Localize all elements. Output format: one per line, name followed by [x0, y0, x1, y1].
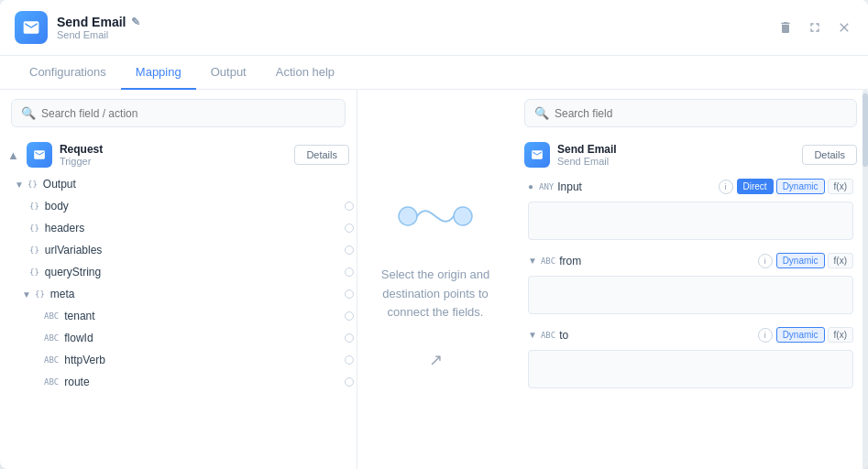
field-input-tag-dynamic[interactable]: Dynamic [776, 179, 825, 194]
right-panel: 🔍 Send Email Send Email Details [513, 90, 868, 469]
field-input-tag-fx[interactable]: f(x) [828, 179, 853, 194]
httpverb-connector [345, 355, 354, 365]
headers-connector [345, 224, 354, 233]
field-from-name: from [559, 255, 753, 267]
querystring-connector [345, 267, 354, 277]
querystring-label: queryString [45, 266, 101, 278]
tree-container: ▼ {} Output {} body {} headers {} urlVar… [0, 173, 357, 469]
tree-item-body[interactable]: {} body [7, 195, 349, 217]
tab-output[interactable]: Output [196, 56, 261, 90]
window-controls [776, 18, 853, 37]
tab-bar: Configurations Mapping Output Action hel… [0, 56, 868, 90]
destination-email-icon [531, 148, 544, 161]
flowid-label: flowId [64, 332, 93, 344]
field-to-tag-fx[interactable]: f(x) [828, 327, 853, 343]
edit-title-icon[interactable]: ✎ [131, 16, 140, 28]
tab-configurations[interactable]: Configurations [15, 56, 121, 90]
output-label: Output [43, 178, 76, 191]
left-panel: 🔍 ▲ Request Trigger Details [0, 90, 357, 469]
field-input-type: ANY [539, 182, 554, 191]
delete-button[interactable] [776, 18, 795, 37]
field-from-chevron[interactable]: ▼ [528, 256, 537, 266]
httpverb-type: ABC [44, 355, 59, 365]
field-to-info[interactable]: i [758, 328, 773, 343]
route-type: ABC [44, 377, 59, 387]
urlvariables-connector [345, 245, 354, 255]
body-label: body [45, 200, 69, 213]
right-scrollbar[interactable] [863, 90, 868, 469]
body-connector [345, 202, 354, 211]
window-title: Send Email ✎ [57, 15, 140, 29]
trigger-details-button[interactable]: Details [294, 145, 349, 165]
tree-item-httpverb[interactable]: ABC httpVerb [7, 349, 349, 371]
meta-label: meta [50, 288, 75, 300]
output-type: {} [27, 180, 38, 189]
route-label: route [64, 376, 89, 388]
tree-item-tenant[interactable]: ABC tenant [7, 305, 349, 327]
window-subtitle: Send Email [57, 29, 140, 40]
trigger-text: Request Trigger [60, 143, 103, 167]
field-from-area[interactable] [528, 276, 853, 314]
destination-title: Send Email [557, 143, 617, 156]
left-search-input[interactable] [41, 107, 335, 120]
tree-item-route[interactable]: ABC route [7, 371, 349, 393]
center-panel: Select the origin and destination points… [357, 90, 513, 469]
destination-text: Send Email Send Email [557, 143, 617, 167]
field-from-tag-dynamic[interactable]: Dynamic [776, 253, 825, 268]
right-search-icon: 🔍 [534, 106, 549, 120]
field-input-tag-direct[interactable]: Direct [737, 179, 774, 194]
field-to-header: ▼ ABC to i Dynamic f(x) [521, 322, 861, 348]
field-to-type: ABC [541, 331, 555, 340]
fields-scroll: ● ANY Input i Direct Dynamic f(x) [513, 173, 868, 469]
field-input: ● ANY Input i Direct Dynamic f(x) [521, 173, 861, 240]
field-from-info[interactable]: i [758, 254, 773, 268]
field-to: ▼ ABC to i Dynamic f(x) [521, 322, 861, 388]
field-to-tags: Dynamic f(x) [776, 327, 853, 343]
right-search-input[interactable] [555, 107, 847, 120]
tree-item-querystring[interactable]: {} queryString [7, 261, 349, 283]
field-from-tag-fx[interactable]: f(x) [828, 253, 853, 268]
trigger-email-icon [33, 148, 46, 161]
httpverb-label: httpVerb [64, 354, 105, 366]
trigger-icon [27, 142, 52, 168]
expand-button[interactable] [806, 18, 824, 37]
headers-type: {} [29, 224, 39, 233]
field-input-header: ● ANY Input i Direct Dynamic f(x) [521, 173, 861, 200]
tree-item-output[interactable]: ▼ {} Output [7, 173, 349, 195]
trigger-chevron[interactable]: ▲ [7, 148, 19, 162]
field-input-area[interactable] [528, 202, 853, 240]
tab-mapping[interactable]: Mapping [121, 56, 196, 90]
email-icon [22, 18, 40, 37]
close-button[interactable] [835, 18, 853, 37]
tenant-type: ABC [44, 311, 59, 321]
field-input-left-dot: ● [528, 181, 535, 191]
trigger-row: ▲ Request Trigger Details [0, 136, 357, 173]
body-type: {} [29, 202, 39, 211]
left-search-box[interactable]: 🔍 [11, 99, 346, 127]
tab-action-help[interactable]: Action help [261, 56, 349, 90]
headers-label: headers [45, 222, 84, 234]
window-title-label: Send Email [57, 15, 126, 29]
tree-item-meta[interactable]: ▼ {} meta [7, 283, 349, 305]
tenant-connector [345, 311, 354, 321]
field-to-chevron[interactable]: ▼ [528, 330, 537, 340]
urlvariables-type: {} [29, 245, 39, 255]
destination-details-button[interactable]: Details [802, 145, 857, 165]
field-from-type: ABC [541, 256, 555, 266]
app-icon [15, 11, 48, 44]
field-input-info[interactable]: i [719, 180, 733, 194]
tree-item-flowid[interactable]: ABC flowId [7, 327, 349, 349]
right-search-box[interactable]: 🔍 [524, 99, 857, 127]
title-text-group: Send Email ✎ Send Email [57, 15, 140, 40]
destination-header: Send Email Send Email Details [513, 136, 868, 173]
tree-item-headers[interactable]: {} headers [7, 217, 349, 239]
tree-item-urlvariables[interactable]: {} urlVariables [7, 239, 349, 261]
field-to-name: to [559, 329, 753, 342]
connect-svg [394, 189, 477, 244]
field-to-area[interactable] [528, 350, 853, 388]
svg-point-0 [399, 207, 417, 225]
field-to-tag-dynamic[interactable]: Dynamic [776, 327, 825, 343]
meta-chevron: ▼ [22, 289, 35, 300]
scrollbar-thumb [863, 93, 868, 167]
field-from-header: ▼ ABC from i Dynamic f(x) [521, 247, 861, 274]
